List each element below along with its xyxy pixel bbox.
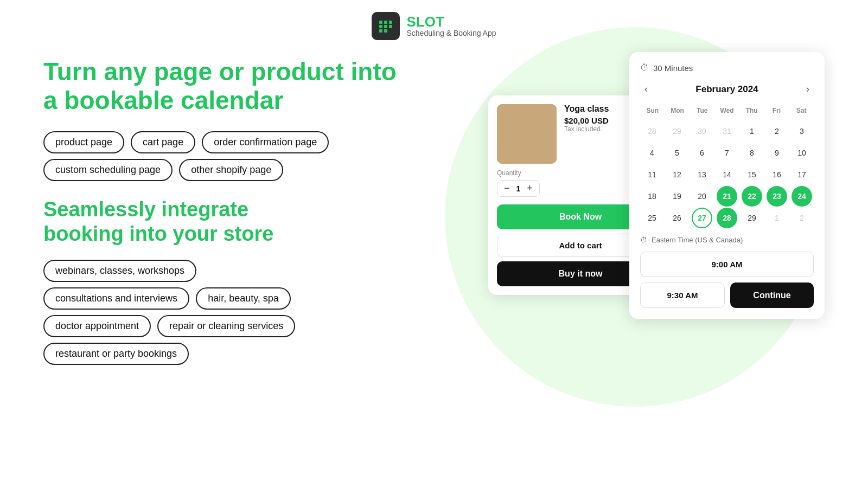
calendar-headers: Sun Mon Tue Wed Thu Fri Sat [640,105,814,117]
header-tue: Tue [690,105,714,117]
cal-day-6[interactable]: 6 [692,143,712,163]
calendar-nav: ‹ February 2024 › [640,81,814,97]
cal-day-25[interactable]: 25 [642,208,662,228]
tag-restaurant[interactable]: restaurant or party bookings [43,343,189,365]
header-sun: Sun [640,105,665,117]
cal-day-18[interactable]: 18 [642,186,662,207]
clock-icon-2: ⏱ [640,236,647,244]
tag-webinars[interactable]: webinars, classes, workshops [43,260,196,282]
timezone-text: Eastern Time (US & Canada) [652,236,743,244]
header: SLOT Scheduling & Booking App [0,0,868,52]
timezone: ⏱ Eastern Time (US & Canada) [640,236,814,244]
cal-day-11[interactable]: 11 [642,164,662,185]
cal-day-10[interactable]: 10 [792,143,812,163]
cal-day-12[interactable]: 12 [667,164,687,185]
tag-consultations[interactable]: consultations and interviews [43,287,189,310]
calendar-grid: Sun Mon Tue Wed Thu Fri Sat 28 29 30 31 … [640,105,814,228]
tag-hair-beauty[interactable]: hair, beauty, spa [196,287,291,310]
headline: Turn any page or product intoa bookable … [43,57,467,115]
header-fri: Fri [764,105,789,117]
cal-day-20[interactable]: 20 [692,186,712,207]
app-subtitle: Scheduling & Booking App [406,29,496,37]
svg-point-12 [521,112,529,120]
main-content: Turn any page or product intoa bookable … [0,52,868,370]
header-mon: Mon [665,105,690,117]
svg-rect-3 [389,21,392,24]
use-case-row-4: restaurant or party bookings [43,343,467,365]
tag-other-shopify[interactable]: other shopify page [179,159,283,181]
cal-day-26[interactable]: 26 [667,208,687,228]
svg-rect-11 [544,131,546,153]
cal-day-14[interactable]: 14 [717,164,737,185]
cal-day-22[interactable]: 22 [742,186,762,207]
cal-day-16[interactable]: 16 [767,164,787,185]
svg-rect-2 [384,21,387,24]
prev-month-button[interactable]: ‹ [640,81,652,97]
use-case-row-3: doctor appointment repair or cleaning se… [43,315,467,337]
header-sat: Sat [789,105,814,117]
calendar-duration: ⏱ 30 Minutes [640,63,814,73]
use-case-row-2: consultations and interviews hair, beaut… [43,287,467,310]
duration-text: 30 Minutes [653,63,693,73]
cal-day-7[interactable]: 7 [717,143,737,163]
cal-day-4[interactable]: 4 [642,143,662,163]
quantity-control: − 1 + [497,180,540,197]
cal-day: 30 [692,121,712,142]
cal-day-1[interactable]: 1 [742,121,762,142]
quantity-minus[interactable]: − [504,183,510,194]
cal-day-29[interactable]: 29 [742,208,762,228]
calendar-days: 28 29 30 31 1 2 3 4 5 6 7 8 9 10 11 [640,121,814,228]
svg-rect-6 [389,25,392,28]
calendar-month: February 2024 [695,84,758,95]
cal-day-27[interactable]: 27 [692,208,712,228]
cal-day-23[interactable]: 23 [767,186,787,207]
svg-rect-7 [379,29,382,33]
cal-day-15[interactable]: 15 [742,164,762,185]
sub-headline: Seamlessly integratebooking into your st… [43,197,467,247]
tag-cart-page[interactable]: cart page [131,131,195,153]
tag-custom-scheduling[interactable]: custom scheduling page [43,159,173,181]
time-slot-2[interactable]: 9:30 AM [640,282,725,308]
cal-day: 2 [792,208,812,228]
left-section: Turn any page or product intoa bookable … [43,52,467,370]
cal-day: 29 [667,121,687,142]
time-slot-1[interactable]: 9:00 AM [640,252,814,277]
cal-day-2[interactable]: 2 [767,121,787,142]
continue-row: 9:30 AM Continue [640,282,814,308]
cal-day: 28 [642,121,662,142]
cal-day-8[interactable]: 8 [742,143,762,163]
quantity-value: 1 [516,184,521,193]
cal-day-9[interactable]: 9 [767,143,787,163]
tags-row-1: product page cart page order confirmatio… [43,131,467,153]
cal-day-13[interactable]: 13 [692,164,712,185]
quantity-plus[interactable]: + [527,183,533,194]
cal-day-5[interactable]: 5 [667,143,687,163]
calendar-card: ⏱ 30 Minutes ‹ February 2024 › Sun Mon T… [629,52,825,319]
tag-repair[interactable]: repair or cleaning services [157,315,295,337]
svg-rect-4 [379,25,382,28]
product-image [497,104,557,164]
tag-order-confirmation[interactable]: order confirmation page [202,131,329,153]
svg-rect-5 [384,25,387,28]
svg-point-10 [538,112,554,139]
tags-row-2: custom scheduling page other shopify pag… [43,159,467,181]
tag-doctor[interactable]: doctor appointment [43,315,151,337]
right-section: Yoga class $20,00 USD Tax included. Quan… [488,52,825,370]
cal-day: 31 [717,121,737,142]
svg-rect-8 [384,29,387,33]
cal-day-3[interactable]: 3 [792,121,812,142]
cal-day-21[interactable]: 21 [717,186,737,207]
header-wed: Wed [714,105,739,117]
svg-rect-9 [497,104,557,164]
cal-day-24[interactable]: 24 [792,186,812,207]
clock-icon: ⏱ [640,63,649,73]
logo-text: SLOT Scheduling & Booking App [406,15,496,37]
tag-product-page[interactable]: product page [43,131,124,153]
continue-button[interactable]: Continue [730,282,814,308]
cal-day-19[interactable]: 19 [667,186,687,207]
use-case-row-1: webinars, classes, workshops [43,260,467,282]
cal-day-17[interactable]: 17 [792,164,812,185]
cal-day-28[interactable]: 28 [717,208,737,228]
cal-day: 1 [767,208,787,228]
next-month-button[interactable]: › [802,81,814,97]
